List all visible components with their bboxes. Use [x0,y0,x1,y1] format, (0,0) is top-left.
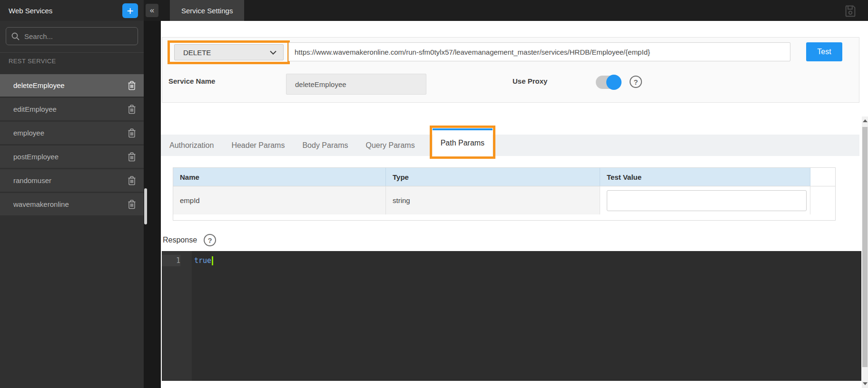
tab-authorization[interactable]: Authorization [169,141,214,150]
search-box[interactable] [6,27,138,45]
app-window: Web Services + « Service Settings REST S… [0,0,868,388]
services-sidebar: REST SERVICE deleteEmployee editEmployee [0,21,144,388]
trash-icon[interactable] [127,175,137,186]
service-name-input[interactable] [286,74,426,95]
sidebar-item-wavemakeronline[interactable]: wavemakeronline [0,193,144,215]
sidebar-item-postEmployee[interactable]: postEmployee [0,146,144,168]
collapse-sidebar-button[interactable]: « [146,4,158,17]
service-name-label: Service Name [168,77,215,85]
use-proxy-help-icon[interactable]: ? [630,76,642,88]
line-number: 1 [162,255,180,266]
method-select-value: DELETE [183,48,211,57]
url-input[interactable] [288,42,790,61]
table-row: empId string [173,186,835,214]
sidebar-item-employee[interactable]: employee [0,122,144,144]
toggle-knob [606,75,621,90]
add-service-button[interactable]: + [122,3,138,18]
search-icon [11,32,20,41]
column-header-name: Name [173,168,386,186]
param-test-value-cell [600,186,810,214]
editor-code-line: true [192,251,213,381]
panel-title: Web Services [0,7,52,15]
sidebar-item-editEmployee[interactable]: editEmployee [0,98,144,120]
param-type-cell: string [386,186,600,214]
param-name-cell: empId [173,186,386,214]
search-input[interactable] [24,32,119,40]
scroll-down-icon[interactable] [863,382,868,385]
column-header-empty [810,168,835,186]
service-item-label: editEmployee [13,105,57,113]
trash-icon[interactable] [127,104,137,115]
trash-icon[interactable] [127,127,137,139]
sidebar-item-randomuser[interactable]: randomuser [0,169,144,192]
tab-path-params[interactable]: Path Params [433,128,493,156]
editor-caret [212,256,213,265]
method-highlight-box: DELETE [168,40,290,64]
params-tabs: Authorization Header Params Body Params … [161,135,859,156]
use-proxy-label: Use Proxy [513,77,547,85]
test-value-input[interactable] [607,190,807,211]
service-item-label: employee [13,129,44,137]
tab-service-settings[interactable]: Service Settings [170,0,244,21]
response-code-editor[interactable]: 1 true [162,251,861,381]
service-item-label: postEmployee [13,153,59,161]
trash-icon[interactable] [127,199,137,210]
chevron-down-icon [270,50,276,55]
test-button[interactable]: Test [806,42,842,61]
column-header-test-value: Test Value [600,168,810,186]
trash-icon[interactable] [127,151,137,163]
top-bar: « Service Settings [144,0,868,21]
sidebar-scrollbar-thumb[interactable] [144,188,147,224]
column-header-type: Type [386,168,600,186]
tab-body-params[interactable]: Body Params [302,141,348,150]
tab-header-params[interactable]: Header Params [231,141,285,150]
service-settings-panel: DELETE Test Service Name Use Proxy ? [161,21,868,388]
editor-gutter: 1 [162,251,192,381]
sidebar-header: Web Services + [0,0,144,21]
scroll-up-icon[interactable] [863,119,868,122]
code-value: true [194,256,211,265]
table-header-row: Name Type Test Value [173,168,835,186]
response-help-icon[interactable]: ? [204,234,216,246]
trash-icon[interactable] [127,80,137,91]
tab-query-params[interactable]: Query Params [365,141,414,150]
service-item-label: deleteEmployee [13,81,65,89]
response-label: Response [163,236,197,244]
sidebar-item-deleteEmployee[interactable]: deleteEmployee [0,74,144,97]
main-scrollbar[interactable] [862,116,868,388]
path-params-table: Name Type Test Value empId string [173,167,836,221]
save-icon[interactable] [843,4,858,18]
main-scrollbar-thumb[interactable] [862,127,868,367]
method-select[interactable]: DELETE [174,44,284,60]
row-actions-cell [810,186,835,214]
request-config-card: DELETE Test Service Name Use Proxy ? [162,37,859,103]
response-header: Response ? [163,234,216,246]
service-item-label: randomuser [13,176,51,184]
section-label-rest-service: REST SERVICE [0,53,144,74]
service-item-label: wavemakeronline [13,200,69,208]
use-proxy-toggle[interactable] [596,76,621,89]
